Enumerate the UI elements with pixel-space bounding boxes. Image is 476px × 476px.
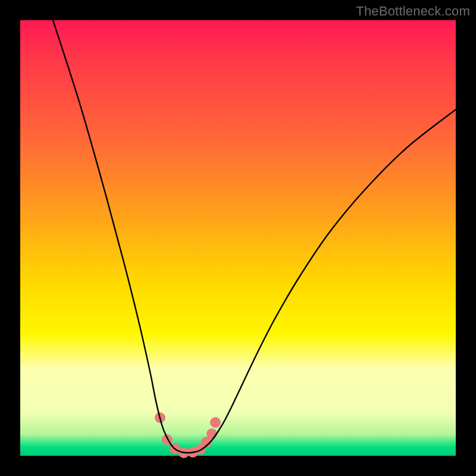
chart-frame: TheBottleneck.com (0, 0, 476, 476)
watermark-text: TheBottleneck.com (356, 4, 470, 19)
bottleneck-curve (53, 20, 456, 453)
highlight-dot (206, 428, 217, 439)
highlight-dot (210, 417, 221, 428)
chart-svg (20, 20, 456, 456)
plot-area (20, 20, 456, 456)
marker-group (155, 412, 221, 458)
